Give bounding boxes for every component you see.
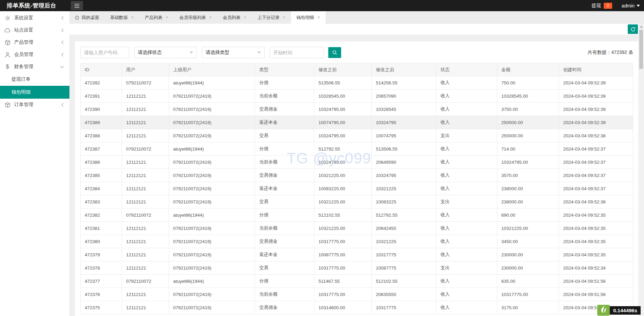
table-cell: 2024-03-04 09:52:39 — [559, 90, 633, 103]
table-cell: 0792110072 — [122, 209, 169, 222]
table-cell: 交易佣金 — [255, 169, 314, 182]
table-row[interactable]: 4723770792110072atuyet66(1944)分佣511467.5… — [81, 275, 633, 288]
tab-wallet-details[interactable]: 钱包明细 ✕ — [291, 11, 326, 24]
table-row[interactable]: 472380121121210792110072(2419)交易佣金103177… — [81, 235, 633, 248]
table-row[interactable]: 4723870792110072atuyet66(1944)分佣512792.5… — [81, 142, 633, 156]
table-cell: 472382 — [81, 209, 122, 222]
table-row[interactable]: 472383121121210792110072(2419)交易10321225… — [81, 195, 633, 209]
table-cell: atuyet66(1944) — [169, 209, 255, 222]
table-row[interactable]: 472386121121210792110072(2419)当前余额103247… — [81, 156, 633, 169]
close-icon[interactable]: ✕ — [317, 15, 320, 20]
tab-product-list[interactable]: 产品列表 ✕ — [139, 11, 174, 24]
table-row[interactable]: 472375121121210792110072(2419)交易佣金103146… — [81, 301, 633, 314]
table-cell: 支出 — [436, 195, 497, 209]
table-cell: atuyet66(1944) — [169, 76, 255, 90]
table-row[interactable]: 472390121121210792110072(2419)交易佣金103247… — [81, 103, 633, 116]
table-row[interactable]: 472388121121210792110072(2419)交易10324795… — [81, 129, 633, 142]
table-cell: 收入 — [436, 169, 497, 182]
table-cell: 20642450 — [372, 222, 436, 235]
table-row[interactable]: 4723920792110072atuyet66(1944)分佣513506.5… — [81, 76, 633, 90]
table-cell: 交易 — [255, 129, 314, 142]
table-cell: 收入 — [436, 275, 497, 288]
tab-my-desktop[interactable]: 我的桌面 — [69, 11, 105, 24]
table-row[interactable]: 472391121121210792110072(2419)当前余额103285… — [81, 90, 633, 103]
start-time-input[interactable] — [270, 47, 324, 58]
sidebar-item-system-settings[interactable]: 系统设置 — [0, 12, 69, 24]
table-cell: 472378 — [81, 261, 122, 275]
table-cell: 472376 — [81, 288, 122, 301]
sidebar-toggle-button[interactable] — [71, 1, 83, 10]
type-select[interactable]: 请选择类型 — [202, 47, 265, 58]
scroll-up-icon[interactable] — [640, 25, 643, 28]
table-cell: 238000.00 — [497, 182, 559, 195]
sidebar-item-finance-management[interactable]: $ 财务管理 — [0, 61, 69, 73]
table-cell: 10321225.00 — [314, 169, 372, 182]
close-icon[interactable]: ✕ — [283, 15, 286, 20]
search-button[interactable] — [328, 47, 341, 58]
table-cell: 472386 — [81, 156, 122, 169]
table-cell: 12112121 — [122, 90, 169, 103]
status-select-value: 请选择状态 — [138, 50, 162, 56]
table-cell: 3175.00 — [497, 301, 559, 314]
withdraw-count-badge[interactable]: 0 — [604, 3, 612, 9]
table-row[interactable]: 472378121121210792110072(2419)交易10317775… — [81, 261, 633, 275]
close-icon[interactable]: ✕ — [165, 15, 168, 20]
home-icon — [75, 15, 79, 20]
table-cell: 3750.00 — [497, 103, 559, 116]
table-row[interactable]: 472379121121210792110072(2419)返还本金100877… — [81, 248, 633, 261]
table-row[interactable]: 472381121121210792110072(2419)当前余额103212… — [81, 222, 633, 235]
column-header-parent-user: 上级用户 — [169, 63, 255, 76]
table-cell: 分佣 — [255, 209, 314, 222]
sidebar-item-product-management[interactable]: 产品管理 — [0, 36, 69, 48]
refresh-button[interactable] — [628, 24, 638, 34]
table-cell: 512102.55 — [314, 209, 372, 222]
table-cell: 12112121 — [122, 169, 169, 182]
column-header-status: 状态 — [436, 63, 497, 76]
vertical-scrollbar[interactable] — [638, 24, 644, 316]
table-cell: 10324795.00 — [314, 156, 372, 169]
sidebar-item-withdraw-orders[interactable]: 提现订单 — [0, 73, 69, 86]
close-icon[interactable]: ✕ — [209, 15, 212, 20]
table-cell: 返还本金 — [255, 248, 314, 261]
sidebar-item-site-settings[interactable]: 站点设置 — [0, 24, 69, 36]
table-cell: 12112121 — [122, 129, 169, 142]
scrollbar-thumb[interactable] — [639, 30, 643, 69]
tab-updown-records[interactable]: 上下分记录 ✕ — [252, 11, 291, 24]
sidebar-subitem-label: 提现订单 — [12, 76, 30, 82]
sidebar-item-label: 会员管理 — [14, 52, 33, 58]
table-cell: 0792110072(2419) — [169, 90, 255, 103]
withdraw-link[interactable]: 提现 — [591, 3, 601, 9]
table-row[interactable]: 4723820792110072atuyet66(1944)分佣512102.5… — [81, 209, 633, 222]
table-cell: 12112121 — [122, 261, 169, 275]
table-cell: 472380 — [81, 235, 122, 248]
tab-member-list[interactable]: 会员列表 ✕ — [217, 11, 252, 24]
table-row[interactable]: 472376121121210792110072(2419)当前余额103177… — [81, 288, 633, 301]
sidebar-item-wallet-details[interactable]: 钱包明细 — [0, 86, 69, 99]
sidebar-item-member-management[interactable]: 会员管理 — [0, 48, 69, 61]
tab-member-level-list[interactable]: 会员等级列表 ✕ — [174, 11, 217, 24]
table-cell: 12112121 — [122, 222, 169, 235]
tab-basic-data[interactable]: 基础数据 ✕ — [105, 11, 139, 24]
close-icon[interactable]: ✕ — [131, 15, 134, 20]
table-cell: 3570.00 — [497, 169, 559, 182]
table-cell: 0792110072(2419) — [169, 116, 255, 129]
table-row[interactable]: 472389121121210792110072(2419)返还本金100747… — [81, 116, 633, 129]
close-icon[interactable]: ✕ — [244, 15, 247, 20]
table-cell: 0792110072(2419) — [169, 156, 255, 169]
status-select[interactable]: 请选择状态 — [134, 47, 197, 58]
chevron-down-icon — [190, 52, 193, 54]
user-menu[interactable]: admin — [622, 3, 635, 8]
table-row[interactable]: 472384121121210792110072(2419)返还本金100832… — [81, 182, 633, 195]
table-row[interactable]: 472385121121210792110072(2419)交易佣金103212… — [81, 169, 633, 182]
table-cell: 2024-03-04 09:52:39 — [559, 76, 633, 90]
table-cell: 收入 — [436, 288, 497, 301]
total-count: 共有数据：472392 条 — [587, 50, 633, 56]
table-cell: 当前余额 — [255, 288, 314, 301]
table-cell: 2024-03-04 09:52:37 — [559, 182, 633, 195]
table-cell: 635.00 — [497, 275, 559, 288]
chevron-down-icon[interactable] — [637, 5, 640, 7]
user-number-input[interactable] — [80, 47, 129, 58]
sidebar-item-order-management[interactable]: 订单管理 — [0, 99, 69, 111]
table-cell: 10324795.00 — [314, 129, 372, 142]
topbar-right: 提现 0 admin — [591, 3, 644, 9]
